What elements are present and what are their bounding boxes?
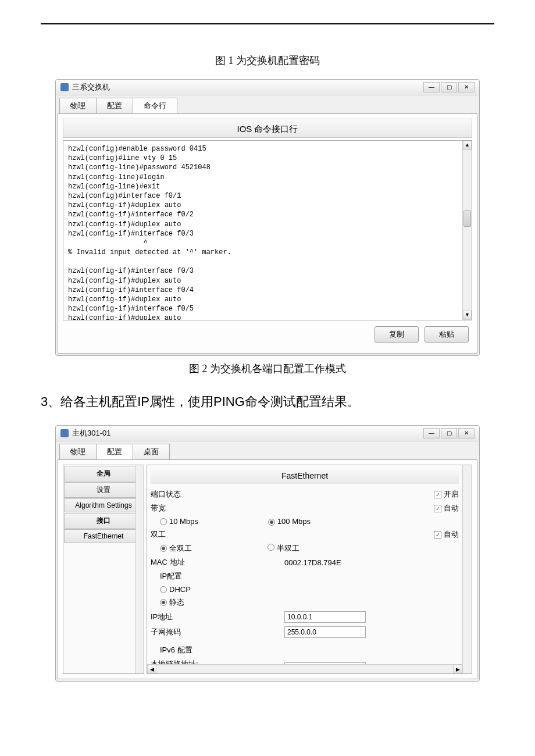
- panel-horizontal-scrollbar[interactable]: [147, 664, 462, 673]
- tab-content: IOS 命令接口行 hzwl(config)#enable password 0…: [58, 113, 477, 354]
- figure-2-caption: 图 2 为交换机各端口配置工作模式: [41, 362, 494, 376]
- tab-physical[interactable]: 物理: [59, 98, 97, 113]
- vertical-scrollbar[interactable]: [462, 141, 472, 320]
- panel-vertical-scrollbar[interactable]: [462, 465, 472, 673]
- panel-title: FastEthernet: [151, 468, 459, 484]
- paste-button[interactable]: 粘贴: [425, 326, 469, 343]
- sidebar-interface[interactable]: 接口: [64, 513, 143, 529]
- sidebar-scrollbar[interactable]: [135, 465, 144, 673]
- title-bar: 三系交换机 — ▢ ✕: [56, 80, 479, 95]
- sidebar-fastethernet[interactable]: FastEthernet: [64, 529, 143, 543]
- sidebar: 全局 设置 Algorithm Settings 接口 FastEthernet: [63, 465, 144, 674]
- minimize-button[interactable]: —: [423, 428, 440, 438]
- terminal-output[interactable]: hzwl(config)#enable password 0415 hzwl(c…: [63, 140, 472, 320]
- maximize-button[interactable]: ▢: [441, 82, 457, 92]
- figure-1-caption: 图 1 为交换机配置密码: [41, 54, 494, 67]
- sidebar-algorithm[interactable]: Algorithm Settings: [64, 498, 143, 512]
- minimize-button[interactable]: —: [423, 82, 440, 92]
- close-button[interactable]: ✕: [458, 82, 475, 92]
- ip-address-input[interactable]: 10.0.0.1: [284, 611, 366, 623]
- app-icon: [60, 83, 69, 91]
- tabs: 物理 配置 命令行: [59, 95, 479, 113]
- bandwidth-auto-checkbox[interactable]: ✓: [434, 505, 441, 512]
- mac-label: MAC 地址: [151, 557, 220, 568]
- radio-full-duplex[interactable]: [160, 545, 167, 552]
- tab-physical-2[interactable]: 物理: [59, 444, 97, 459]
- ios-header: IOS 命令接口行: [63, 119, 472, 138]
- radio-100mbps[interactable]: [268, 519, 275, 526]
- sidebar-global[interactable]: 全局: [64, 466, 143, 482]
- radio-dhcp[interactable]: [160, 586, 167, 593]
- tab-config[interactable]: 配置: [96, 98, 133, 113]
- radio-10mbps[interactable]: [160, 518, 167, 525]
- window-title: 三系交换机: [72, 82, 423, 92]
- subnet-mask-input[interactable]: 255.0.0.0: [284, 626, 366, 638]
- mac-value: 0002.17D8.794E: [284, 558, 341, 567]
- radio-static[interactable]: [160, 599, 167, 606]
- tab-desktop[interactable]: 桌面: [133, 444, 170, 459]
- ipv6-config-label: IPv6 配置: [160, 645, 192, 655]
- radio-dhcp6[interactable]: [160, 674, 167, 675]
- duplex-label: 双工: [151, 529, 220, 540]
- sidebar-settings[interactable]: 设置: [64, 482, 143, 498]
- tabs-2: 物理 配置 桌面: [59, 441, 479, 459]
- section-3-heading: 3、给各主机配置IP属性，使用PING命令测试配置结果。: [41, 393, 494, 411]
- tab-content-2: 全局 设置 Algorithm Settings 接口 FastEthernet…: [58, 459, 477, 679]
- port-status-checkbox[interactable]: ✓: [434, 491, 441, 498]
- maximize-button[interactable]: ▢: [441, 428, 457, 438]
- app-icon: [60, 429, 69, 437]
- window-host: 主机301-01 — ▢ ✕ 物理 配置 桌面 全局 设置 Algorithm …: [55, 425, 480, 682]
- duplex-auto-checkbox[interactable]: ✓: [434, 531, 441, 539]
- window-title-2: 主机301-01: [72, 428, 423, 438]
- radio-half-duplex[interactable]: [268, 544, 274, 551]
- port-status-label: 端口状态: [151, 489, 220, 500]
- subnet-mask-label: 子网掩码: [151, 627, 220, 637]
- title-bar-2: 主机301-01 — ▢ ✕: [56, 426, 479, 441]
- ip-config-label: IP配置: [160, 571, 182, 582]
- copy-button[interactable]: 复制: [374, 326, 419, 343]
- bandwidth-label: 带宽: [151, 503, 220, 513]
- main-panel: FastEthernet 端口状态 ✓开启 带宽 ✓自动 10 Mbps 100…: [147, 465, 472, 674]
- tab-cli[interactable]: 命令行: [133, 98, 177, 113]
- close-button[interactable]: ✕: [458, 428, 475, 438]
- tab-config-2[interactable]: 配置: [96, 444, 133, 459]
- ip-address-label: IP地址: [151, 612, 220, 622]
- window-switch: 三系交换机 — ▢ ✕ 物理 配置 命令行 IOS 命令接口行 hzwl(con…: [55, 79, 480, 356]
